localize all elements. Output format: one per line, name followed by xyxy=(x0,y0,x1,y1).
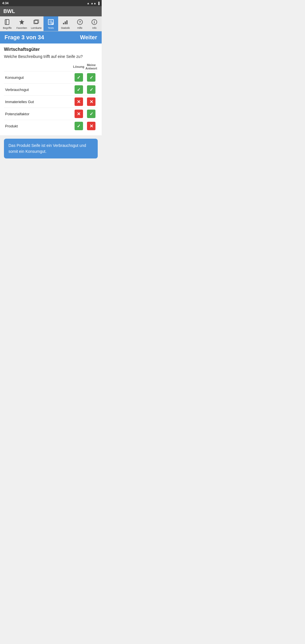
table-row: Immaterielles Gut✕✕ xyxy=(4,96,98,108)
nav-item-tests[interactable]: Tests xyxy=(43,16,58,31)
meine-antwort-cell: ✓ xyxy=(85,71,98,84)
loesung-cell: ✕ xyxy=(73,108,85,120)
loesung-cell: ✓ xyxy=(73,120,85,132)
nav-label-info: Info xyxy=(92,27,97,29)
nav-label-favoriten: Favoriten xyxy=(16,27,27,29)
check-icon: ✓ xyxy=(75,85,83,94)
loesung-cell: ✓ xyxy=(73,84,85,96)
question-header: Frage 3 von 34 Weiter xyxy=(0,31,102,43)
nav-item-favoriten[interactable]: Favoriten xyxy=(14,16,29,31)
cross-icon: ✕ xyxy=(87,122,95,130)
svg-rect-12 xyxy=(66,20,67,24)
meine-antwort-cell: ✓ xyxy=(85,108,98,120)
explanation-box: Das Produkt Seife ist ein Verbrauchsgut … xyxy=(4,139,98,158)
question-counter: Frage 3 von 34 xyxy=(5,34,44,41)
meine-antwort-cell: ✕ xyxy=(85,120,98,132)
battery-icon: ▐ xyxy=(97,2,99,5)
svg-text:i: i xyxy=(94,20,95,24)
nav-label-statistik: Statistik xyxy=(61,27,70,29)
main-content xyxy=(0,162,102,247)
answer-label: Produkt xyxy=(4,120,73,132)
cards-icon xyxy=(32,18,40,26)
nav-label-begriffe: Begriffe xyxy=(3,27,12,29)
navigation-bar: Begriffe Favoriten Lernkarte xyxy=(0,16,102,31)
check-icon: ✓ xyxy=(87,110,95,118)
status-bar: 4:34 ▲ ▲▲ ▐ xyxy=(0,0,102,6)
app-title: BWL xyxy=(3,8,15,14)
svg-rect-11 xyxy=(65,21,66,24)
check-icon: ✓ xyxy=(75,122,83,130)
svg-rect-0 xyxy=(5,19,9,25)
cross-icon: ✕ xyxy=(75,110,83,118)
star-icon xyxy=(18,18,26,26)
nav-item-statistik[interactable]: Statistik xyxy=(58,16,73,31)
help-icon: ? xyxy=(76,18,84,26)
check-icon: ✓ xyxy=(87,73,95,82)
book-icon xyxy=(3,18,11,26)
explanation-text: Das Produkt Seife ist ein Verbrauchsgut … xyxy=(8,143,86,154)
answer-label: Konsumgut xyxy=(4,71,73,84)
wifi-icon: ▲ xyxy=(87,2,90,5)
check-icon: ✓ xyxy=(87,85,95,94)
answer-label: Immaterielles Gut xyxy=(4,96,73,108)
chart-icon xyxy=(61,18,69,26)
meine-antwort-cell: ✓ xyxy=(85,84,98,96)
status-icons: ▲ ▲▲ ▐ xyxy=(87,2,99,5)
col-header-loesung: Lösung xyxy=(73,62,85,71)
nav-item-info[interactable]: i Info xyxy=(87,16,102,31)
cross-icon: ✕ xyxy=(87,97,95,106)
svg-rect-10 xyxy=(63,23,64,24)
answer-label: Verbrauchsgut xyxy=(4,84,73,96)
question-text: Welche Beschreibung trifft auf eine Seif… xyxy=(4,54,98,59)
loesung-cell: ✓ xyxy=(73,71,85,84)
svg-text:?: ? xyxy=(79,20,81,24)
loesung-cell: ✕ xyxy=(73,96,85,108)
nav-label-tests: Tests xyxy=(48,27,54,29)
nav-item-lernkarte[interactable]: Lernkarte xyxy=(29,16,43,31)
status-time: 4:34 xyxy=(2,1,8,5)
nav-item-begriffe[interactable]: Begriffe xyxy=(0,16,14,31)
app-title-bar: BWL xyxy=(0,6,102,16)
col-header-label xyxy=(4,62,73,71)
table-row: Konsumgut✓✓ xyxy=(4,71,98,84)
info-icon: i xyxy=(90,18,98,26)
table-row: Potenzialfaktor✕✓ xyxy=(4,108,98,120)
cross-icon: ✕ xyxy=(75,97,83,106)
svg-marker-2 xyxy=(19,19,24,25)
check-icon: ✓ xyxy=(75,73,83,82)
table-row: Verbrauchsgut✓✓ xyxy=(4,84,98,96)
table-row: Produkt✓✕ xyxy=(4,120,98,132)
col-header-meine-antwort: MeineAntwort xyxy=(85,62,98,71)
signal-icon: ▲▲ xyxy=(91,2,96,5)
answers-table: Lösung MeineAntwort Konsumgut✓✓Verbrauch… xyxy=(4,62,98,132)
nav-label-hilfe: Hilfe xyxy=(77,27,82,29)
nav-label-lernkarte: Lernkarte xyxy=(31,27,42,29)
tests-icon xyxy=(47,18,55,26)
nav-item-hilfe[interactable]: ? Hilfe xyxy=(73,16,87,31)
meine-antwort-cell: ✕ xyxy=(85,96,98,108)
question-body: Wirtschaftsgüter Welche Beschreibung tri… xyxy=(0,43,102,135)
question-topic: Wirtschaftsgüter xyxy=(4,47,98,52)
weiter-button[interactable]: Weiter xyxy=(80,34,97,41)
answer-label: Potenzialfaktor xyxy=(4,108,73,120)
